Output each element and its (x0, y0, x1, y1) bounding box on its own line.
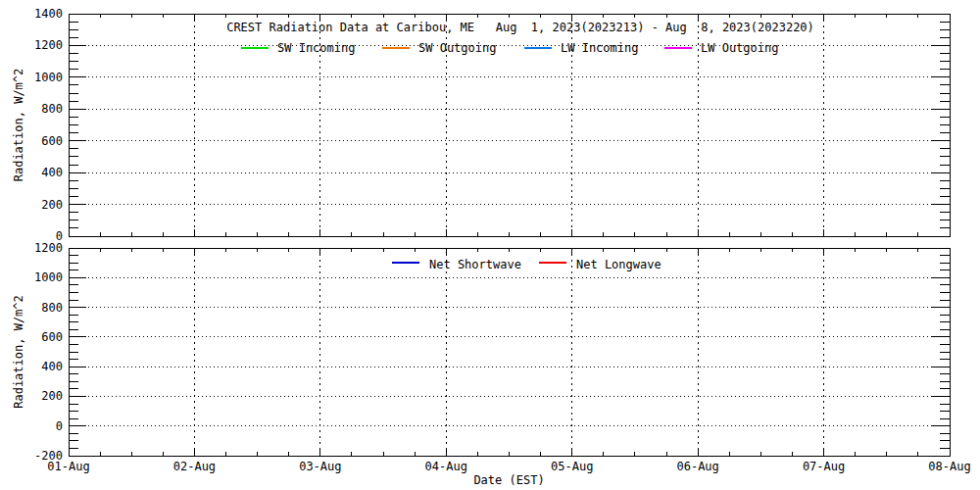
x-tick-label: 06-Aug (676, 460, 718, 473)
radiation-chart-figure: 0200400600800100012001400CREST Radiation… (0, 0, 980, 490)
x-tick-label: 03-Aug (299, 460, 341, 473)
y-tick-label: 1200 (34, 241, 63, 255)
y-axis-label: Radiation, W/m^2 (12, 69, 25, 182)
y-tick-label: 1000 (34, 71, 63, 84)
y-tick-label: 400 (41, 360, 63, 373)
y-tick-label: 200 (41, 198, 63, 212)
y-tick-label: 1200 (34, 38, 63, 52)
y-tick-label: 1400 (34, 7, 63, 21)
legend-label: LW Incoming (561, 41, 638, 55)
x-tick-label: 02-Aug (173, 460, 216, 473)
y-tick-label: 0 (56, 419, 63, 433)
y-tick-label: 400 (41, 166, 63, 179)
x-tick-label: 08-Aug (928, 460, 970, 473)
legend-label: Net Longwave (576, 258, 662, 271)
y-tick-label: 600 (41, 330, 63, 344)
y-tick-label: 800 (41, 301, 63, 315)
legend-label: SW Incoming (277, 41, 355, 55)
x-tick-label: 07-Aug (803, 460, 845, 473)
y-axis-label: Radiation, W/m^2 (12, 295, 25, 409)
legend-label: SW Outgoing (418, 41, 496, 55)
x-tick-label: 05-Aug (551, 460, 593, 473)
chart-title: CREST Radiation Data at Caribou, ME Aug … (226, 21, 814, 34)
plot-frame (69, 14, 950, 236)
panel-radiation-components: 0200400600800100012001400CREST Radiation… (12, 7, 950, 243)
y-tick-label: 200 (41, 389, 63, 403)
panel-net-radiation: -200020040060080010001200Net ShortwaveNe… (12, 241, 971, 487)
plot-frame (69, 248, 950, 456)
x-axis-label: Date (EST) (473, 473, 544, 487)
x-tick-label: 04-Aug (425, 460, 467, 473)
x-tick-label: 01-Aug (47, 460, 89, 473)
y-tick-label: 1000 (34, 270, 63, 284)
y-tick-label: 800 (41, 102, 63, 116)
y-tick-label: 600 (41, 134, 63, 148)
chart-canvas: 0200400600800100012001400CREST Radiation… (0, 0, 980, 490)
legend-label: Net Shortwave (429, 258, 521, 271)
legend-label: LW Outgoing (701, 41, 778, 55)
